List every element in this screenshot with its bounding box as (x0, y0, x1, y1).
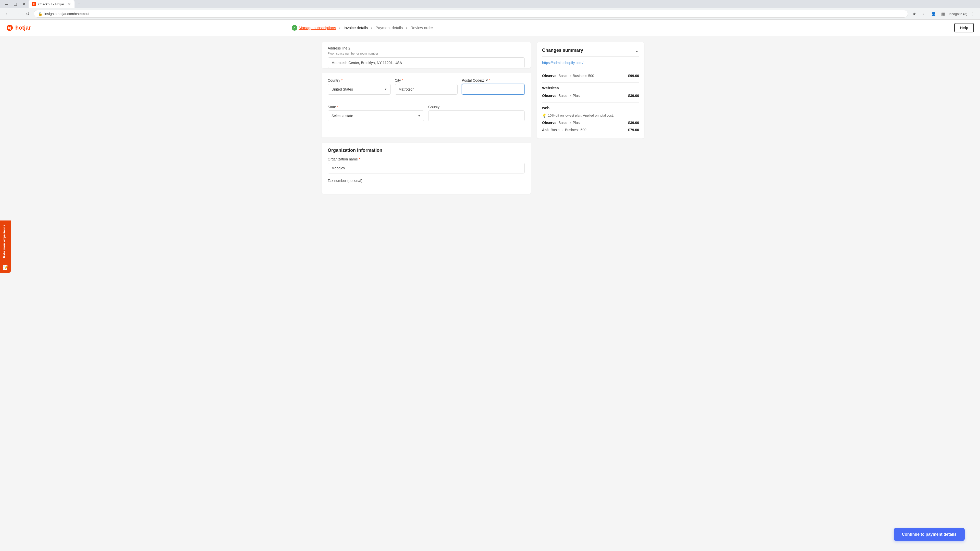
postal-code-input[interactable] (462, 84, 525, 95)
browser-actions: ★ ↓ 👤 ▦ Incognito (3) ⋮ (910, 10, 977, 18)
breadcrumb: ✓ Manage subscriptions › Invoice details… (292, 25, 433, 30)
org-name-required: * (359, 157, 360, 161)
tax-number-label: Tax number (optional) (328, 179, 525, 183)
org-name-field: Organization name * (328, 157, 525, 173)
breadcrumb-invoice-details[interactable]: Invoice details (344, 25, 368, 30)
address-line2-sublabel: Floor, space number or room number (328, 52, 525, 56)
summary-divider-3 (542, 102, 639, 103)
extensions-button[interactable]: ▦ (939, 10, 947, 18)
address-line2-field: Address line 2 Floor, space number or ro… (328, 46, 525, 68)
observe-main-desc: Basic → Business 500 (558, 74, 628, 78)
observe-web-label: Observe (542, 121, 556, 125)
websites-label: Websites (542, 86, 639, 90)
summary-url[interactable]: https://admin.shopify.com/ (542, 61, 639, 65)
hotjar-logo[interactable]: hj hotjar (6, 24, 31, 32)
check-icon: ✓ (292, 25, 298, 30)
reload-button[interactable]: ↺ (24, 10, 32, 18)
summary-row-observe-main: Observe Basic → Business 500 $99.00 (542, 72, 639, 79)
close-button[interactable]: ✕ (21, 0, 27, 8)
summary-divider-1 (542, 69, 639, 69)
country-field: Country * United States United Kingdom C… (328, 78, 391, 95)
address-line2-label: Address line 2 (328, 46, 525, 50)
observe-web-desc: Basic → Plus (558, 121, 628, 125)
download-button[interactable]: ↓ (920, 10, 928, 18)
menu-button[interactable]: ⋮ (969, 10, 977, 18)
sidebar-section: Changes summary ⌄ https://admin.shopify.… (537, 42, 644, 199)
discount-text: 10% off on lowest plan. Applied on total… (548, 114, 614, 118)
lock-icon: 🔒 (38, 12, 42, 16)
address-line2-input[interactable] (328, 57, 525, 68)
location-row: Country * United States United Kingdom C… (328, 78, 525, 100)
breadcrumb-payment-details: Payment details (375, 25, 403, 30)
incognito-label: Incognito (3) (949, 12, 967, 16)
postal-code-label: Postal Code/ZIP * (462, 78, 525, 83)
country-select-wrapper: United States United Kingdom Canada Aust… (328, 84, 391, 95)
postal-required: * (489, 78, 490, 83)
breadcrumb-arrow-1: › (339, 25, 340, 30)
breadcrumb-label-2: Invoice details (344, 25, 368, 30)
country-label: Country * (328, 78, 391, 83)
city-input[interactable] (395, 84, 458, 95)
back-button[interactable]: ← (3, 10, 11, 18)
maximize-button[interactable]: □ (12, 0, 19, 8)
bookmark-button[interactable]: ★ (910, 10, 918, 18)
logo-icon: hj (6, 24, 13, 32)
org-name-input[interactable] (328, 163, 525, 173)
observe-web-price: $39.00 (628, 121, 639, 125)
ask-web-label: Ask (542, 128, 549, 132)
address-bar[interactable]: 🔒 insights.hotjar.com/checkout (34, 10, 908, 17)
state-label: State * (328, 105, 424, 109)
address-line2-card: Address line 2 Floor, space number or ro… (321, 42, 531, 68)
breadcrumb-arrow-3: › (406, 25, 407, 30)
observe-websites-label: Observe (542, 94, 556, 98)
county-input[interactable] (428, 110, 525, 121)
logo-text: hotjar (15, 24, 31, 31)
summary-collapse-button[interactable]: ⌄ (635, 47, 639, 53)
state-required: * (337, 105, 339, 109)
summary-row-ask-web: Ask Basic → Business 500 $79.00 (542, 126, 639, 133)
county-label: County (428, 105, 525, 109)
org-section-title: Organization information (328, 148, 525, 153)
minimize-button[interactable]: – (3, 0, 10, 8)
main-container: Address line 2 Floor, space number or ro… (311, 36, 669, 205)
tab-close-button[interactable]: ✕ (68, 2, 71, 6)
window-controls: – □ ✕ (3, 0, 27, 8)
tab-bar: – □ ✕ H Checkout - Hotjar ✕ + (0, 0, 980, 8)
country-required: * (341, 78, 342, 83)
county-field: County (428, 105, 525, 121)
browser-chrome: – □ ✕ H Checkout - Hotjar ✕ + ← → ↺ 🔒 in… (0, 0, 980, 20)
observe-main-label: Observe (542, 74, 556, 78)
breadcrumb-label-4: Review order (410, 25, 433, 30)
summary-header: Changes summary ⌄ (542, 47, 639, 57)
app-header: hj hotjar ✓ Manage subscriptions › Invoi… (0, 20, 980, 36)
state-county-row: State * Select a state California New Yo… (328, 105, 525, 126)
tax-number-field: Tax number (optional) (328, 179, 525, 183)
ask-web-desc: Basic → Business 500 (551, 128, 628, 132)
profile-button[interactable]: 👤 (929, 10, 938, 18)
observe-main-price: $99.00 (628, 74, 639, 78)
tab-favicon: H (32, 2, 36, 6)
breadcrumb-arrow-2: › (371, 25, 372, 30)
svg-text:hj: hj (8, 26, 11, 30)
observe-websites-desc: Basic → Plus (558, 94, 628, 98)
country-select[interactable]: United States United Kingdom Canada Aust… (328, 84, 391, 95)
summary-title: Changes summary (542, 48, 583, 53)
ask-web-price: $79.00 (628, 128, 639, 132)
observe-websites-price: $39.00 (628, 94, 639, 98)
city-label: City * (395, 78, 458, 83)
postal-code-field: Postal Code/ZIP * (462, 78, 525, 95)
new-tab-button[interactable]: + (76, 0, 83, 8)
forward-button[interactable]: → (13, 10, 21, 18)
org-card: Organization information Organization na… (321, 143, 531, 194)
form-section: Address line 2 Floor, space number or ro… (321, 42, 531, 199)
help-button[interactable]: Help (954, 23, 974, 32)
state-select[interactable]: Select a state California New York Texas… (328, 110, 424, 121)
summary-card: Changes summary ⌄ https://admin.shopify.… (537, 42, 644, 138)
breadcrumb-label-3: Payment details (375, 25, 403, 30)
url-text: insights.hotjar.com/checkout (45, 12, 89, 16)
summary-row-observe-websites: Observe Basic → Plus $39.00 (542, 92, 639, 99)
city-field: City * (395, 78, 458, 95)
breadcrumb-manage-subscriptions[interactable]: ✓ Manage subscriptions (292, 25, 336, 30)
tab-title: Checkout - Hotjar (38, 2, 64, 6)
active-tab[interactable]: H Checkout - Hotjar ✕ (29, 0, 75, 8)
